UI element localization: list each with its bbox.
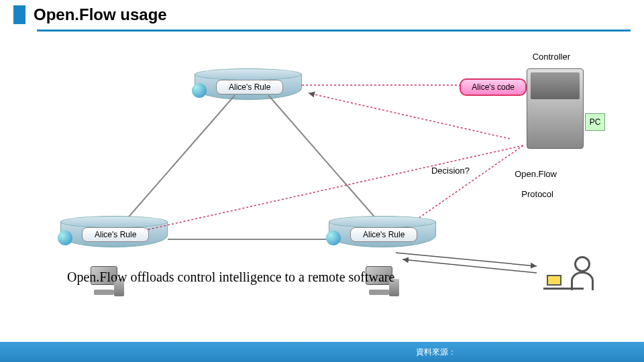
rule-box-left: Alice's Rule: [82, 227, 149, 242]
svg-line-1: [268, 95, 382, 226]
rule-box-right: Alice's Rule: [350, 227, 417, 242]
svg-line-8: [402, 259, 537, 273]
svg-line-0: [121, 95, 235, 226]
diagram-canvas: Controller Alice's Rule Alice's code PC …: [0, 32, 644, 333]
user-icon: [543, 253, 597, 306]
openflow-label: Open.Flow: [515, 169, 557, 179]
protocol-label: Protocol: [521, 189, 553, 199]
source-label: 資料來源：: [416, 347, 456, 358]
svg-line-4: [309, 93, 510, 139]
header: Open.Flow usage: [0, 0, 644, 29]
decision-label: Decision?: [431, 166, 470, 176]
footer-bar: [0, 342, 644, 362]
globe-icon: [326, 231, 341, 245]
globe-icon: [192, 83, 207, 98]
page-title: Open.Flow usage: [34, 5, 167, 24]
svg-line-7: [396, 253, 537, 266]
summary-statement: Open.Flow offloads control intelligence …: [67, 269, 394, 285]
header-accent-icon: [13, 5, 25, 24]
globe-icon: [58, 231, 72, 245]
rule-box-top: Alice's Rule: [216, 80, 283, 95]
controller-label: Controller: [533, 52, 570, 62]
pc-tag: PC: [585, 113, 605, 131]
code-box: Alice's code: [460, 78, 527, 96]
server-icon: [527, 68, 584, 149]
